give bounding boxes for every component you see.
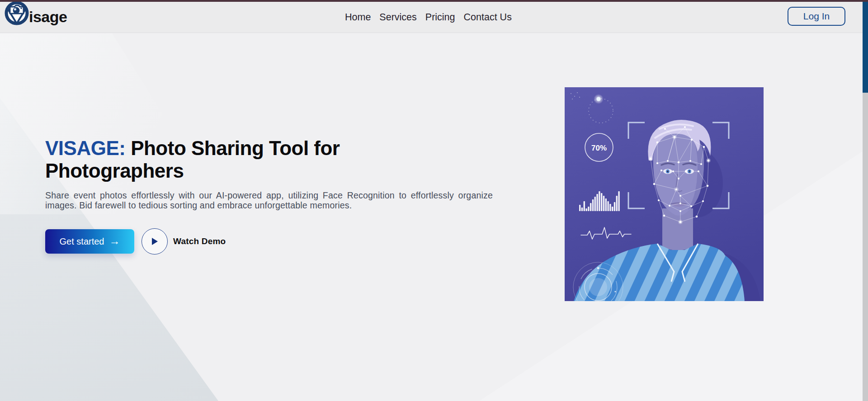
hero-description: Share event photos effortlessly with our… [45, 190, 493, 210]
get-started-button[interactable]: Get started → [45, 229, 134, 254]
hero-section: VISAGE: Photo Sharing Tool for Photograp… [0, 33, 868, 401]
hero-image-face-recognition: 70% [565, 87, 764, 301]
scrollbar-thumb[interactable] [863, 2, 868, 93]
arrow-right-icon: → [109, 236, 120, 246]
navbar: isage Home Services Pricing Contact Us L… [0, 2, 868, 33]
cta-row: Get started → Watch Demo [45, 228, 502, 255]
nav-link-pricing[interactable]: Pricing [425, 12, 455, 23]
brand-logo[interactable]: isage [3, 0, 67, 28]
brand-name: isage [29, 8, 67, 26]
camera-v-logo-icon [3, 0, 31, 28]
page-title: VISAGE: Photo Sharing Tool for Photograp… [45, 137, 407, 182]
nav-link-services[interactable]: Services [379, 12, 416, 23]
nav-link-home[interactable]: Home [345, 12, 371, 23]
watch-demo-label: Watch Demo [173, 236, 226, 246]
match-percentage-badge: 70% [591, 144, 607, 152]
page: isage Home Services Pricing Contact Us L… [0, 0, 868, 401]
title-highlight: VISAGE: [45, 137, 125, 159]
watch-demo-button[interactable]: Watch Demo [142, 228, 226, 255]
top-border [0, 0, 868, 2]
play-circle[interactable] [142, 228, 168, 255]
nav-links: Home Services Pricing Contact Us [345, 2, 512, 33]
get-started-label: Get started [60, 236, 104, 247]
play-icon [151, 237, 158, 245]
scrollbar-track[interactable] [863, 2, 868, 401]
hero-content: VISAGE: Photo Sharing Tool for Photograp… [45, 137, 502, 255]
nav-link-contact-us[interactable]: Contact Us [464, 12, 512, 23]
login-button[interactable]: Log In [788, 7, 845, 26]
